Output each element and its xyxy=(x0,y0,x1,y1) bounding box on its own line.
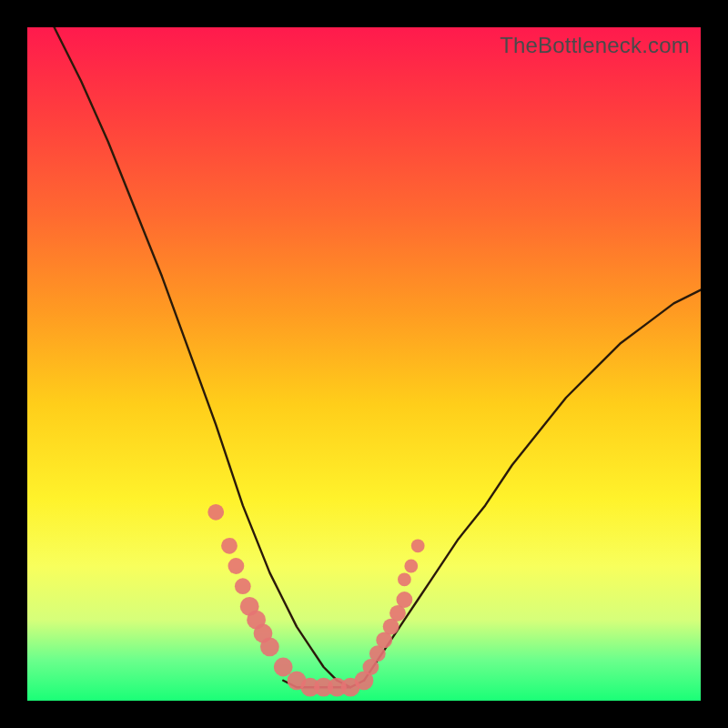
marker-dot xyxy=(207,504,224,521)
chart-frame: TheBottleneck.com xyxy=(27,27,701,701)
series-left-curve xyxy=(55,27,351,687)
marker-dot xyxy=(221,538,238,554)
marker-dot xyxy=(274,658,293,677)
series-right-curve xyxy=(364,290,701,681)
marker-dot xyxy=(228,558,245,574)
curve-group xyxy=(55,27,701,687)
marker-dot xyxy=(260,637,279,656)
marker-dot xyxy=(404,560,418,573)
marker-dot xyxy=(397,592,413,608)
chart-svg xyxy=(27,27,701,701)
marker-group xyxy=(207,504,424,697)
marker-dot xyxy=(411,539,425,552)
marker-dot xyxy=(398,572,411,586)
marker-dot xyxy=(235,578,251,594)
